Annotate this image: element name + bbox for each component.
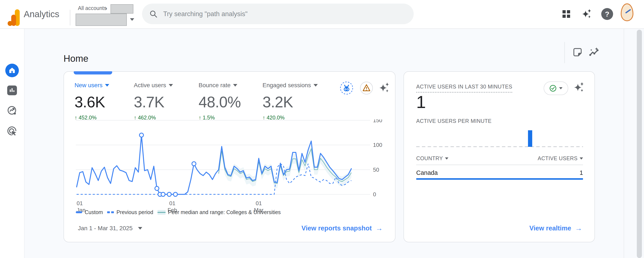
- legend-item-previous-period: Previous period: [107, 209, 153, 215]
- help-icon: ?: [601, 8, 613, 20]
- bar-chart-icon: [7, 85, 17, 95]
- sidebar-item-reports[interactable]: [0, 84, 24, 97]
- band-swatch: [158, 210, 166, 215]
- dashed-line-swatch: [107, 211, 114, 213]
- svg-text:100: 100: [373, 142, 382, 148]
- view-reports-snapshot-link[interactable]: View reports snapshot →: [302, 224, 383, 232]
- metric-label: Bounce rate: [198, 82, 230, 89]
- search-input[interactable]: [163, 10, 386, 18]
- metric-tab-new-users[interactable]: New users 3.6K ↑ 452.0%: [74, 82, 109, 121]
- metric-value: 3.2K: [262, 93, 318, 111]
- content-right-edge: [624, 29, 624, 258]
- note-button[interactable]: [571, 45, 584, 59]
- active-users-cell: 1: [580, 169, 583, 176]
- note-icon: [572, 47, 582, 57]
- breadcrumb-chevron-icon: ›: [105, 4, 107, 12]
- home-icon: [5, 64, 19, 77]
- top-app-bar: Analytics All accounts ›: [0, 0, 644, 29]
- country-column-header[interactable]: COUNTRY: [416, 155, 448, 162]
- active-users-column-header[interactable]: ACTIVE USERS: [538, 155, 583, 162]
- table-row[interactable]: Canada 1: [416, 169, 583, 176]
- svg-text:01: 01: [256, 200, 262, 206]
- selected-tab-indicator: [74, 71, 112, 74]
- benchmark-medal-button[interactable]: [340, 81, 353, 95]
- ga-home-page: Analytics All accounts ›: [0, 0, 644, 258]
- chevron-down-icon: [169, 84, 173, 87]
- country-cell: Canada: [416, 169, 438, 176]
- chevron-down-icon: [445, 158, 448, 160]
- apps-grid-icon: [562, 10, 570, 18]
- card-insights-button[interactable]: [378, 82, 390, 94]
- account-dropdown-caret-icon: [130, 18, 134, 21]
- metric-label: New users: [74, 82, 102, 89]
- redacted-account-id: [110, 4, 133, 14]
- chevron-down-icon: [105, 84, 109, 87]
- gemini-button[interactable]: [580, 8, 593, 20]
- metric-tab-bounce-rate[interactable]: Bounce rate 48.0% ↑ 1.5%: [198, 82, 241, 121]
- search-icon: [149, 10, 158, 18]
- metric-value: 48.0%: [198, 93, 241, 111]
- metric-value: 3.7K: [134, 93, 173, 111]
- metric-value: 3.6K: [74, 93, 109, 111]
- google-analytics-logo[interactable]: [8, 9, 20, 26]
- svg-text:0: 0: [373, 191, 376, 198]
- metric-tab-engaged-sessions[interactable]: Engaged sessions 3.2K ↑ 420.0%: [262, 82, 318, 121]
- arrow-right-icon: →: [376, 224, 383, 232]
- green-check-icon: [549, 85, 556, 92]
- chart-legend: Custom Previous period Peer median and r…: [76, 209, 281, 215]
- global-search-bar[interactable]: [142, 4, 414, 24]
- chevron-down-icon: [138, 227, 142, 229]
- per-minute-bar-chart: [416, 127, 583, 147]
- realtime-title: ACTIVE USERS IN LAST 30 MINUTES: [416, 84, 512, 93]
- overview-card: New users 3.6K ↑ 452.0% Active users 3.7…: [64, 71, 396, 242]
- realtime-table-header: COUNTRY ACTIVE USERS: [416, 155, 583, 162]
- sidebar-item-advertising[interactable]: [0, 124, 24, 138]
- benchmark-medal-icon: [340, 81, 353, 95]
- insights-sparkline-icon: [588, 47, 600, 58]
- topbar-divider: [70, 10, 70, 26]
- row-value-bar: [416, 178, 583, 180]
- realtime-status-dropdown[interactable]: [544, 81, 568, 95]
- date-range-selector[interactable]: Jan 1 - Mar 31, 2025: [78, 225, 142, 232]
- explore-icon: [7, 105, 17, 116]
- gemini-sparkle-icon: [581, 9, 592, 20]
- chevron-down-icon: [314, 84, 318, 87]
- breadcrumb: All accounts: [78, 5, 106, 11]
- metric-tab-active-users[interactable]: Active users 3.7K ↑ 462.0%: [134, 82, 173, 121]
- overview-trend-chart: 05010015001Jan01Feb01Mar: [76, 119, 387, 219]
- minute-bar: [528, 130, 532, 147]
- help-button[interactable]: ?: [601, 8, 614, 20]
- account-avatar[interactable]: [621, 6, 634, 19]
- solid-line-swatch: [76, 211, 82, 213]
- svg-text:01: 01: [169, 200, 176, 206]
- data-quality-warning-icon: [360, 81, 373, 95]
- svg-text:50: 50: [373, 167, 379, 173]
- table-divider: [416, 165, 583, 165]
- page-title: Home: [64, 53, 88, 64]
- user-avatar-icon: [621, 4, 634, 21]
- redacted-property-name: [76, 14, 127, 26]
- page-actions-divider: [564, 42, 565, 63]
- apps-grid-button[interactable]: [560, 8, 573, 20]
- insights-button[interactable]: [587, 45, 601, 59]
- svg-text:150: 150: [373, 119, 382, 123]
- view-realtime-link[interactable]: View realtime →: [529, 224, 582, 232]
- sidebar-item-explore[interactable]: [0, 104, 24, 117]
- advertising-target-icon: [6, 125, 18, 137]
- data-quality-button[interactable]: [360, 81, 373, 95]
- product-name[interactable]: Analytics: [24, 9, 59, 19]
- realtime-insights-button[interactable]: [573, 81, 585, 93]
- vertical-scrollbar[interactable]: [637, 30, 642, 258]
- sidebar-item-home[interactable]: [0, 64, 24, 77]
- per-minute-baseline: [416, 146, 583, 147]
- realtime-card: ACTIVE USERS IN LAST 30 MINUTES 1 ACTIVE…: [404, 71, 595, 242]
- per-minute-label: ACTIVE USERS PER MINUTE: [416, 118, 492, 124]
- chevron-down-icon: [580, 158, 583, 160]
- insights-sparkle-icon: [573, 81, 585, 93]
- chevron-down-icon: [559, 87, 562, 89]
- arrow-right-icon: →: [575, 224, 582, 232]
- metric-label: Active users: [134, 82, 166, 89]
- svg-text:01: 01: [77, 200, 83, 206]
- legend-item-custom: Custom: [76, 209, 103, 215]
- left-nav: [0, 29, 24, 258]
